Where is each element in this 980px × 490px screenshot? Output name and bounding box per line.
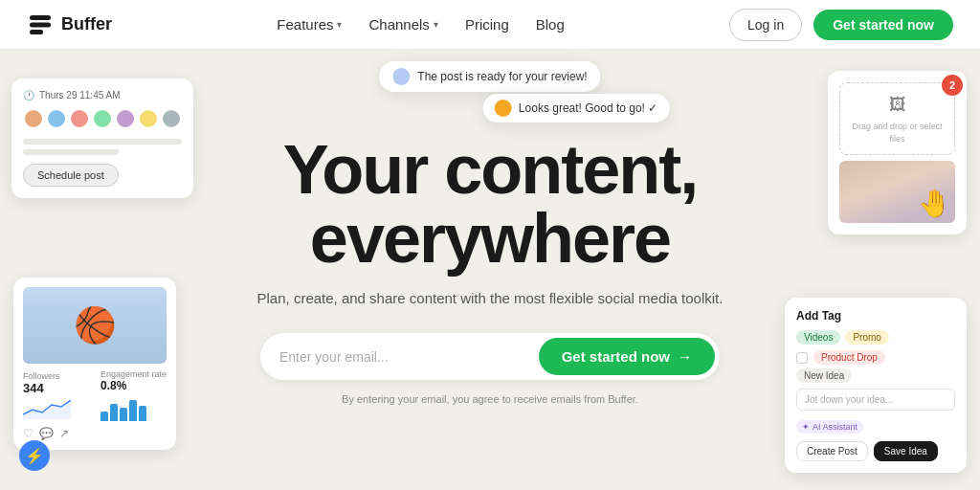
help-icon: ⚡ — [25, 447, 44, 465]
bar-2 — [110, 404, 118, 421]
get-started-nav-button[interactable]: Get started now — [813, 10, 953, 40]
nav-pricing[interactable]: Pricing — [465, 16, 509, 33]
bar-4 — [129, 400, 137, 421]
content-line-1 — [23, 139, 182, 145]
bar-chart — [100, 392, 167, 421]
chevron-down-icon: ▾ — [434, 19, 438, 30]
avatar-3 — [69, 108, 90, 129]
create-post-button[interactable]: Create Post — [796, 441, 868, 461]
buffer-logo-icon — [27, 11, 54, 38]
social-post-card: 🕐 Thurs 29 11:45 AM Schedule post — [11, 78, 193, 198]
logo[interactable]: Buffer — [27, 11, 112, 38]
analytics-image: 🏀 — [23, 287, 167, 364]
svg-rect-1 — [30, 22, 51, 27]
tag-videos[interactable]: Videos — [796, 330, 840, 345]
email-form: Get started now → — [260, 333, 720, 380]
upload-badge: 2 — [942, 75, 963, 96]
checkbox-icon[interactable] — [796, 352, 808, 364]
get-started-hero-button[interactable]: Get started now → — [539, 338, 715, 375]
nav-blog[interactable]: Blog — [536, 16, 565, 33]
upload-icon: 🖼 — [846, 93, 948, 117]
email-input[interactable] — [279, 349, 539, 365]
upload-wrapper: 2 🖼 Drag and drop or select files 🤚 — [839, 82, 955, 223]
image-thumbnail: 🤚 — [839, 161, 955, 223]
add-tag-card: Add Tag Videos Promo Product Drop New Id… — [785, 298, 967, 473]
jot-down-input[interactable]: Jot down your idea... — [796, 389, 955, 411]
avatar-6 — [138, 108, 159, 129]
new-idea-badge: New Idea — [796, 368, 852, 383]
new-idea-row: New Idea — [796, 368, 955, 383]
chevron-down-icon: ▾ — [337, 19, 342, 30]
nav-links: Features ▾ Channels ▾ Pricing Blog — [277, 16, 564, 33]
consent-text: By entering your email, you agree to rec… — [257, 393, 724, 405]
tag-promo[interactable]: Promo — [845, 330, 888, 345]
svg-marker-3 — [23, 400, 71, 419]
nav-channels[interactable]: Channels ▾ — [368, 16, 437, 33]
ai-assistant-row: ✦ AI Assistant — [796, 416, 955, 434]
schedule-post-button[interactable]: Schedule post — [23, 164, 119, 187]
basketball-visual: 🏀 — [23, 287, 167, 364]
nav-features[interactable]: Features ▾ — [277, 16, 342, 33]
avatar-2 — [46, 108, 67, 129]
share-icon: ↗ — [59, 427, 69, 440]
engagement-stat: Engagement rate 0.8% — [100, 369, 167, 421]
reaction-row: ♡ 💬 ↗ — [23, 427, 167, 440]
bar-3 — [120, 408, 127, 421]
avatar-7 — [161, 108, 182, 129]
bar-1 — [100, 412, 108, 421]
avatar-4 — [92, 108, 113, 129]
followers-stat: Followers 344 — [23, 371, 71, 421]
analytics-card: 🏀 Followers 344 Engagement rate 0.8% — [13, 278, 176, 450]
post-time: 🕐 Thurs 29 11:45 AM — [23, 90, 182, 100]
help-button[interactable]: ⚡ — [19, 440, 50, 471]
login-button[interactable]: Log in — [729, 9, 802, 41]
heart-icon: ♡ — [23, 427, 33, 440]
hero-section: The post is ready for your review! Looks… — [0, 50, 980, 490]
avatar-notif1 — [392, 68, 410, 85]
comment-icon: 💬 — [39, 427, 54, 440]
tag-product-drop[interactable]: Product Drop — [813, 350, 885, 365]
hero-headline: Your content, everywhere — [257, 135, 724, 273]
svg-rect-0 — [30, 15, 51, 20]
nav-actions: Log in Get started now — [729, 9, 953, 41]
checkbox-product-drop[interactable]: Product Drop — [796, 350, 955, 365]
avatar-notif2 — [495, 100, 512, 117]
tag-action-buttons: Create Post Save Idea — [796, 441, 955, 461]
notification-card-2: Looks great! Good to go! ✓ — [483, 94, 669, 122]
svg-rect-2 — [30, 30, 43, 34]
hero-text-block: Your content, everywhere Plan, create, a… — [238, 135, 743, 405]
trend-chart — [23, 395, 71, 419]
upload-dropzone[interactable]: 🖼 Drag and drop or select files — [839, 82, 955, 155]
hero-subtext: Plan, create, and share content with the… — [257, 290, 724, 306]
avatar-1 — [23, 108, 44, 129]
basketball-icon: 🏀 — [74, 305, 117, 345]
sparkle-icon: ✦ — [802, 422, 810, 432]
save-idea-button[interactable]: Save Idea — [874, 441, 938, 461]
tag-chips-row: Videos Promo — [796, 330, 955, 345]
platform-avatars — [23, 108, 182, 129]
content-line-2 — [23, 149, 119, 155]
notification-card-1: The post is ready for your review! — [379, 61, 600, 92]
clock-icon: 🕐 — [23, 90, 34, 100]
bar-5 — [139, 406, 146, 421]
navbar: Buffer Features ▾ Channels ▾ Pricing Blo… — [0, 0, 980, 50]
upload-card: 2 🖼 Drag and drop or select files 🤚 — [828, 71, 967, 234]
ai-assistant-badge[interactable]: ✦ AI Assistant — [796, 420, 863, 434]
avatar-5 — [115, 108, 136, 129]
stats-row: Followers 344 Engagement rate 0.8% — [23, 369, 167, 421]
